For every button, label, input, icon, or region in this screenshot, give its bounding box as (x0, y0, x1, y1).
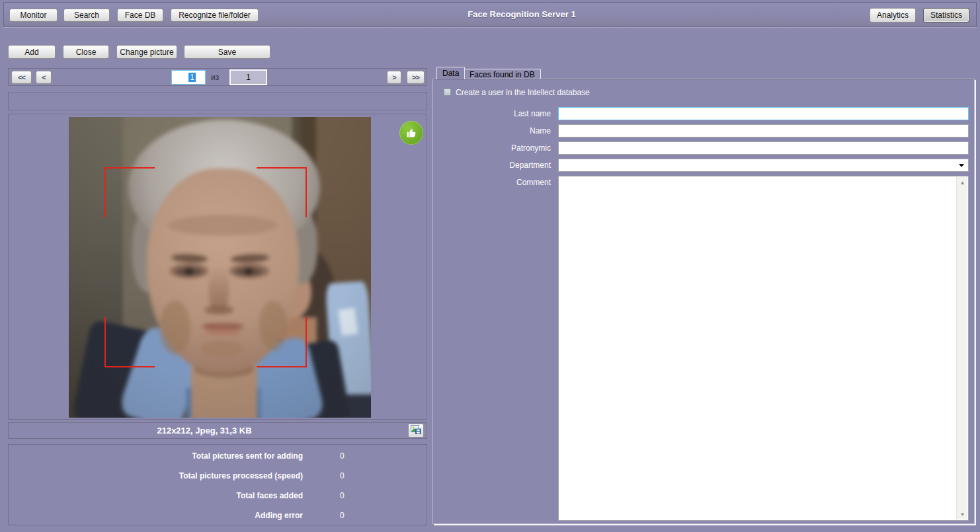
photo-panel (8, 114, 427, 420)
name-label: Name (433, 126, 551, 135)
top-bar: Monitor Search Face DB Recognize file/fo… (3, 2, 977, 27)
save-button[interactable]: Save (184, 45, 270, 59)
face-photo (69, 117, 371, 418)
pager-bar: << < 1 из 1 > >> (8, 68, 427, 86)
total-pages-box: 1 (229, 69, 267, 85)
thumbs-up-icon (399, 121, 423, 145)
stat-value: 0 (340, 451, 345, 461)
current-page-input[interactable]: 1 (171, 70, 206, 85)
patronymic-label: Patronymic (433, 143, 551, 153)
last-page-button[interactable]: >> (407, 71, 425, 84)
statistics-button[interactable]: Statistics (923, 8, 969, 22)
monitor-button[interactable]: Monitor (9, 9, 58, 22)
stat-label: Total pictures processed (speed) (9, 471, 303, 480)
stat-label: Total faces added (9, 491, 303, 500)
tab-faces-found-in-db[interactable]: Faces found in DB (464, 69, 541, 79)
photo-caption: 212x212, Jpeg, 31,3 KB (9, 426, 400, 436)
last-name-input[interactable] (558, 107, 969, 120)
patronymic-input[interactable] (558, 141, 969, 155)
window-title: Face Recognition Server 1 (67, 9, 976, 19)
scroll-up-icon[interactable]: ▲ (957, 177, 968, 188)
stat-value: 0 (340, 471, 345, 480)
scroll-down-icon[interactable]: ▼ (957, 509, 968, 519)
department-select[interactable] (558, 159, 969, 172)
details-panel: Data Faces found in DB Create a user in … (432, 67, 977, 525)
detection-frame-top-left (104, 167, 155, 217)
comment-label: Comment (433, 178, 551, 187)
stat-label: Adding error (9, 511, 303, 520)
prev-page-button[interactable]: < (36, 71, 52, 84)
data-tab-content: Create a user in the Intellect database … (432, 79, 975, 524)
of-label: из (211, 73, 219, 82)
name-input[interactable] (558, 124, 969, 137)
info-bar (8, 92, 427, 110)
create-user-checkbox-label: Create a user in the Intellect database (456, 88, 590, 97)
last-name-label: Last name (433, 109, 551, 118)
statistics-panel: Total pictures sent for adding 0 Total p… (8, 444, 427, 525)
next-page-button[interactable]: > (387, 71, 401, 84)
department-label: Department (433, 161, 551, 170)
save-image-icon (411, 425, 421, 437)
change-picture-button[interactable]: Change picture (116, 45, 177, 59)
stat-value: 0 (340, 511, 345, 520)
stat-label: Total pictures sent for adding (9, 451, 303, 461)
current-page-value: 1 (188, 73, 196, 82)
tab-data[interactable]: Data (436, 67, 465, 79)
comment-textarea[interactable]: ▲ ▼ (558, 176, 969, 521)
first-page-button[interactable]: << (11, 71, 32, 84)
detection-frame-bottom-right (257, 317, 307, 367)
create-user-checkbox[interactable] (444, 89, 451, 96)
photo-caption-bar: 212x212, Jpeg, 31,3 KB (8, 422, 427, 439)
detection-frame-bottom-left (104, 317, 155, 367)
save-image-button[interactable] (408, 424, 424, 437)
chevron-down-icon (959, 164, 964, 167)
close-button[interactable]: Close (63, 45, 109, 59)
face-photo-art (69, 117, 371, 418)
comment-scrollbar[interactable]: ▲ ▼ (956, 177, 967, 519)
face-recognition-window: Monitor Search Face DB Recognize file/fo… (0, 0, 980, 532)
stat-value: 0 (340, 491, 345, 500)
add-button[interactable]: Add (8, 45, 56, 59)
analytics-button[interactable]: Analytics (870, 8, 916, 22)
detection-frame-top-right (257, 167, 307, 217)
